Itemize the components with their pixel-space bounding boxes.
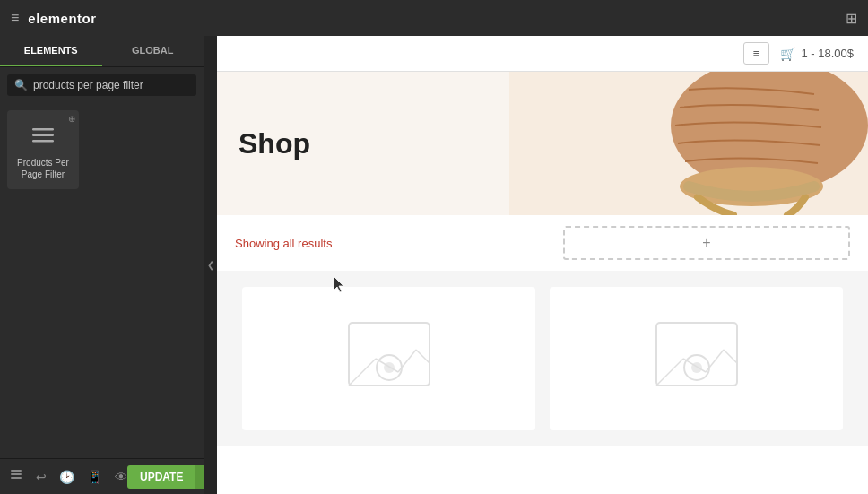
add-section-button[interactable]: +	[563, 226, 850, 260]
svg-rect-5	[11, 470, 22, 472]
product-placeholder-2	[647, 314, 746, 403]
bottom-toolbar: ↩ 🕑 📱 👁 UPDATE ▲	[0, 458, 204, 494]
grid-icon[interactable]: ⊞	[846, 10, 857, 27]
search-icon: 🔍	[14, 79, 28, 91]
products-grid	[217, 271, 868, 446]
shop-title: Shop	[217, 127, 310, 160]
svg-rect-1	[32, 134, 54, 137]
svg-rect-4	[11, 477, 22, 479]
svg-line-14	[398, 350, 416, 372]
cart-icon: 🛒	[780, 47, 795, 61]
top-bar: ≡ elementor ⊞	[0, 0, 868, 36]
layers-icon[interactable]	[9, 468, 23, 485]
canvas-area: ≡ 🛒 1 - 18.00$ Shop	[217, 36, 868, 494]
canvas-topbar: ≡ 🛒 1 - 18.00$	[217, 36, 868, 72]
add-widget-icon: ⊕	[68, 114, 75, 124]
product-card-1[interactable]	[242, 287, 535, 430]
shop-content[interactable]: Shop	[217, 72, 868, 494]
hamburger-icon[interactable]: ≡	[11, 10, 19, 26]
tab-global[interactable]: GLOBAL	[102, 36, 204, 66]
widget-filter-icon	[27, 119, 59, 152]
svg-line-12	[349, 359, 376, 386]
search-box: 🔍	[7, 74, 196, 96]
sidebar-tabs: ELEMENTS GLOBAL	[0, 36, 204, 67]
shop-results-bar: Showing all results +	[217, 215, 868, 271]
hide-icon[interactable]: 👁	[115, 470, 127, 484]
main-layout: ELEMENTS GLOBAL 🔍 ⊕ P	[0, 36, 868, 494]
product-card-2[interactable]	[550, 287, 843, 430]
responsive-icon[interactable]: 📱	[87, 470, 102, 484]
widget-area: ⊕ Products Per Page Filter	[0, 103, 204, 196]
product-placeholder-1	[340, 314, 438, 403]
history-icon[interactable]: 🕑	[59, 470, 74, 484]
svg-line-15	[416, 350, 430, 363]
cart-text: 1 - 18.00$	[801, 47, 854, 60]
cart-badge[interactable]: 🛒 1 - 18.00$	[780, 47, 854, 61]
tab-elements[interactable]: ELEMENTS	[0, 36, 102, 66]
undo-icon[interactable]: ↩	[36, 470, 47, 484]
svg-rect-3	[11, 473, 22, 475]
svg-rect-2	[32, 140, 54, 143]
shop-banner: Shop	[217, 72, 868, 215]
widget-label: Products Per Page Filter	[13, 157, 74, 180]
svg-rect-0	[32, 128, 54, 131]
svg-line-22	[724, 350, 737, 363]
app-title: elementor	[28, 11, 96, 26]
showing-results-text: Showing all results	[235, 237, 332, 250]
sidebar: ELEMENTS GLOBAL 🔍 ⊕ P	[0, 36, 204, 494]
bottom-left-icons: ↩ 🕑 📱 👁	[9, 468, 127, 485]
filter-icon-button[interactable]: ≡	[743, 42, 770, 65]
filter-lines-icon: ≡	[753, 47, 760, 60]
search-input[interactable]	[33, 79, 189, 91]
svg-line-19	[656, 359, 683, 386]
collapse-handle[interactable]: ❮	[204, 36, 217, 494]
chair-image	[509, 72, 868, 215]
svg-line-21	[706, 350, 724, 372]
widget-wrapper: ⊕ Products Per Page Filter	[7, 110, 79, 189]
update-button[interactable]: UPDATE	[127, 465, 195, 489]
